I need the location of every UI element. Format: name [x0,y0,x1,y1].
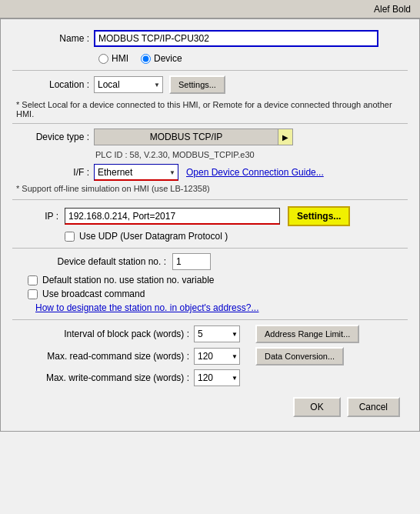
device-radio[interactable]: Device [141,53,182,64]
support-text: * Support off-line simulation on HMI (us… [16,184,408,193]
open-guide-link[interactable]: Open Device Connection Guide... [186,167,324,178]
toolbar-label: Alef Bold [374,4,411,15]
device-radio-input[interactable] [141,54,151,64]
ip-settings-button[interactable]: Settings... [288,206,350,226]
name-label: Name : [12,33,89,44]
device-type-field: MODBUS TCP/IP [94,128,278,145]
udp-checkbox[interactable] [65,232,75,242]
hmi-radio-input[interactable] [98,54,108,64]
ok-button[interactable]: OK [293,397,340,417]
type-radio-group: HMI Device [98,53,182,64]
broadcast-label: Use broadcast command [42,289,145,299]
interval-select[interactable]: 5 10 20 [194,325,240,342]
address-range-button[interactable]: Address Range Limit... [255,325,359,343]
device-radio-label: Device [154,53,182,64]
if-label: I/F : [12,167,89,178]
data-conversion-button[interactable]: Data Conversion... [255,347,344,365]
location-select-wrapper: Local Remote [94,76,163,93]
ip-input[interactable] [65,208,280,225]
location-select[interactable]: Local Remote [94,76,163,93]
max-write-select[interactable]: 120 64 256 [194,369,240,386]
cancel-button[interactable]: Cancel [347,397,400,417]
info-text: * Select Local for a device connected to… [12,100,408,118]
if-select-wrapper: Ethernet [94,164,178,181]
max-write-label: Max. write-command size (words) : [12,372,189,383]
device-type-label: Device type : [12,132,89,142]
interval-label: Interval of block pack (words) : [12,329,189,339]
max-read-select[interactable]: 120 64 256 [194,348,240,365]
plc-id-text: PLC ID : 58, V.2.30, MODBUS_TCPIP.e30 [12,150,408,159]
default-station-checkbox[interactable] [28,275,38,285]
max-read-select-wrapper: 120 64 256 [194,348,240,365]
ip-label: IP : [20,211,58,222]
if-select[interactable]: Ethernet [94,164,178,181]
hmi-radio[interactable]: HMI [98,53,128,64]
device-settings-window: Name : HMI Device Location : Lo [0,18,420,432]
max-read-label: Max. read-command size (words) : [12,351,189,362]
hmi-radio-label: HMI [112,53,128,64]
designate-link[interactable]: How to designate the station no. in obje… [35,302,258,313]
station-input[interactable] [172,253,211,270]
broadcast-checkbox[interactable] [28,289,38,299]
location-settings-button[interactable]: Settings... [169,75,225,94]
station-label: Device default station no. : [12,256,166,267]
max-write-select-wrapper: 120 64 256 [194,369,240,386]
name-input[interactable] [94,30,378,47]
device-type-arrow-button[interactable]: ▶ [278,128,293,145]
udp-label: Use UDP (User Datagram Protocol ) [79,231,228,242]
location-label: Location : [12,79,89,90]
default-station-label: Default station no. use station no. vari… [42,275,214,285]
interval-select-wrapper: 5 10 20 [194,325,240,342]
